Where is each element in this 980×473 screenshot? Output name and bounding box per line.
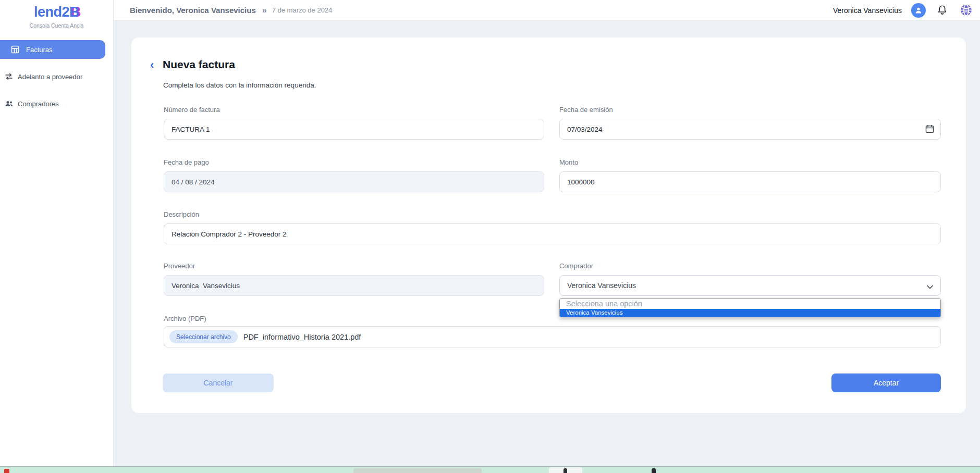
- pago-input[interactable]: [164, 171, 544, 192]
- monto-input[interactable]: [559, 171, 941, 192]
- numero-label: Número de factura: [164, 106, 544, 114]
- accept-button[interactable]: Aceptar: [831, 374, 941, 392]
- camera-icon: [652, 468, 656, 473]
- grid-icon: [10, 45, 20, 54]
- brand-tagline: Consola Cuenta Ancla: [0, 22, 113, 29]
- comprador-dropdown: Selecciona una opción Veronica Vansevici…: [559, 298, 941, 317]
- sidebar-nav: Facturas Adelanto a proveedor Compradore…: [0, 40, 113, 113]
- cancel-button[interactable]: Cancelar: [163, 374, 274, 392]
- header-date: 7 de marzo de 2024: [272, 6, 333, 14]
- emision-date-field[interactable]: [559, 119, 941, 140]
- sidebar-item-compradores[interactable]: Compradores: [0, 94, 113, 113]
- comprador-label: Comprador: [559, 262, 941, 270]
- archivo-file-field[interactable]: Seleccionar archivo PDF_informativo_Hist…: [164, 326, 941, 347]
- page-subtitle: Completa los datos con la información re…: [163, 81, 316, 89]
- descripcion-label: Descripción: [164, 210, 941, 218]
- sidebar-item-label: Facturas: [26, 46, 53, 54]
- sidebar-item-facturas[interactable]: Facturas: [0, 40, 105, 59]
- descripcion-input[interactable]: [164, 223, 941, 244]
- pago-label: Fecha de pago: [164, 158, 544, 166]
- swap-icon: [4, 72, 14, 81]
- comprador-select[interactable]: Veronica Vansevicius: [559, 275, 941, 296]
- bottom-pill: [353, 468, 482, 473]
- selected-file-name: PDF_informativo_Historia 2021.pdf: [243, 333, 361, 341]
- back-button[interactable]: ‹: [150, 59, 154, 71]
- welcome-text: Bienvenido, Veronica Vansevicius: [130, 6, 256, 15]
- top-bar: Bienvenido, Veronica Vansevicius » 7 de …: [114, 0, 980, 21]
- select-file-button[interactable]: Seleccionar archivo: [169, 330, 238, 343]
- language-globe-icon[interactable]: [960, 4, 973, 17]
- bottom-panel: [549, 467, 582, 473]
- chevron-down-icon: [927, 282, 933, 291]
- monto-label: Monto: [559, 158, 941, 166]
- sidebar-item-label: Adelanto a proveedor: [18, 73, 82, 81]
- sidebar: lend2B Consola Cuenta Ancla Facturas Ade…: [0, 0, 114, 466]
- numero-input[interactable]: [164, 119, 544, 140]
- sidebar-item-label: Compradores: [18, 100, 59, 108]
- brand-logo[interactable]: lend2B: [0, 4, 113, 20]
- new-invoice-card: ‹ Nueva factura Completa los datos con l…: [131, 38, 966, 413]
- bottom-window-edge: [0, 466, 980, 473]
- sidebar-item-adelanto[interactable]: Adelanto a proveedor: [0, 67, 113, 86]
- people-icon: [4, 99, 14, 108]
- calendar-icon[interactable]: [925, 125, 934, 135]
- brand-logo-accent: B: [69, 4, 79, 20]
- page-title: Nueva factura: [163, 58, 235, 71]
- mic-icon: [564, 468, 567, 473]
- user-name: Veronica Vansevicius: [833, 6, 902, 15]
- red-indicator-icon: [4, 469, 9, 473]
- proveedor-label: Proveedor: [164, 262, 544, 270]
- dropdown-option-selected[interactable]: Veronica Vansevicius: [560, 309, 940, 317]
- archivo-label: Archivo (PDF): [164, 315, 206, 322]
- topbar-right: Veronica Vansevicius: [833, 3, 973, 18]
- comprador-selected-value: Veronica Vansevicius: [567, 281, 636, 290]
- emision-label: Fecha de emisión: [559, 106, 941, 114]
- avatar[interactable]: [911, 3, 926, 18]
- notifications-bell-icon[interactable]: [937, 5, 947, 16]
- emision-input[interactable]: [559, 119, 941, 140]
- breadcrumb-chevrons-icon: »: [262, 6, 267, 15]
- proveedor-input[interactable]: [164, 275, 544, 296]
- dropdown-option-placeholder[interactable]: Selecciona una opción: [560, 299, 940, 309]
- brand-logo-main: lend2: [34, 4, 69, 20]
